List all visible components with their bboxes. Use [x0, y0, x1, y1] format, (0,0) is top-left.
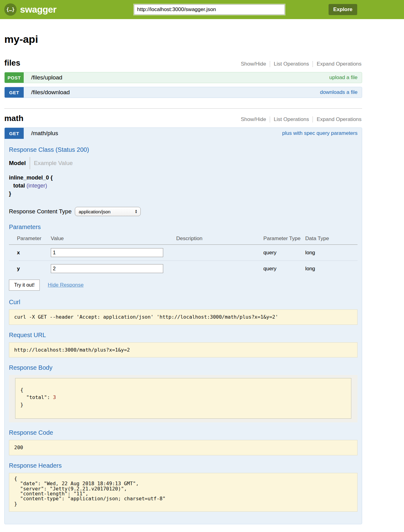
parameters-header-row: Parameter Value Description Parameter Ty… — [9, 234, 358, 245]
response-body-heading: Response Body — [9, 364, 358, 371]
param-value-input-y[interactable] — [51, 264, 163, 273]
param-value-input-x[interactable] — [51, 248, 163, 257]
operation-summary[interactable]: upload a file — [329, 75, 358, 81]
operation-row-get-files-download[interactable]: GET /files/download downloads a file — [4, 87, 362, 98]
response-content-type-label: Response Content Type — [9, 208, 72, 215]
section-header-files: files Show/Hide List Operations Expand O… — [4, 58, 362, 68]
col-data-type: Data Type — [305, 234, 358, 245]
response-body-container: { "total": 3 } — [9, 375, 358, 422]
response-body-json: { "total": 3 } — [15, 378, 351, 419]
expand-operations-link[interactable]: Expand Operations — [313, 61, 362, 67]
model-property-type: (integer) — [26, 183, 47, 189]
method-badge: POST — [5, 72, 24, 83]
col-value: Value — [51, 234, 176, 245]
param-description — [176, 245, 263, 261]
model-property-line: total (integer) — [9, 182, 358, 190]
response-content-type-select[interactable]: application/json — [75, 207, 141, 216]
method-badge: GET — [5, 128, 24, 139]
api-url-input[interactable] — [134, 4, 285, 15]
list-operations-link[interactable]: List Operations — [270, 61, 313, 67]
param-name: y — [9, 261, 51, 277]
operation-path[interactable]: /files/upload — [31, 74, 62, 81]
model-tabs: Model Example Value — [9, 157, 358, 169]
actions-row: Try it out! Hide Response — [9, 280, 358, 291]
expand-operations-link[interactable]: Expand Operations — [313, 116, 362, 123]
brand-text: swagger — [20, 4, 56, 15]
json-close-brace: } — [20, 402, 23, 408]
request-url-heading: Request URL — [9, 332, 358, 339]
show-hide-link[interactable]: Show/Hide — [237, 116, 270, 123]
response-code-heading: Response Code — [9, 429, 358, 436]
section-heading-files[interactable]: files — [4, 58, 20, 68]
hide-response-link[interactable]: Hide Response — [48, 282, 83, 288]
explore-button[interactable]: Explore — [329, 4, 357, 15]
param-row-y: y query long — [9, 261, 358, 277]
response-content-type-row: Response Content Type application/json ▲… — [9, 207, 358, 216]
response-class-heading: Response Class (Status 200) — [9, 146, 358, 153]
param-type: query — [263, 261, 305, 277]
section-divider — [4, 108, 362, 109]
operation-header-get-math-plus[interactable]: GET /math/plus plus with spec query para… — [5, 128, 362, 139]
swagger-logo-icon: {…} — [4, 3, 17, 16]
response-headers-heading: Response Headers — [9, 462, 358, 469]
col-parameter: Parameter — [9, 234, 51, 245]
try-it-out-button[interactable]: Try it out! — [9, 280, 40, 291]
model-property-name: total — [13, 183, 25, 189]
section-heading-math[interactable]: math — [4, 114, 23, 123]
request-url-value: http://localhost:3000/math/plus?x=1&y=2 — [9, 342, 358, 358]
operation-summary[interactable]: plus with spec query parameters — [282, 130, 358, 136]
json-key: "total": — [20, 394, 53, 400]
operation-content: Response Class (Status 200) Model Exampl… — [5, 139, 362, 524]
param-data-type: long — [305, 261, 358, 277]
parameters-heading: Parameters — [9, 224, 358, 231]
section-links-math: Show/Hide List Operations Expand Operati… — [237, 116, 362, 123]
curl-command: curl -X GET --header 'Accept: applicatio… — [9, 309, 358, 325]
header: {…} swagger Explore — [0, 0, 404, 19]
model-close-brace: } — [9, 190, 358, 198]
tab-model[interactable]: Model — [9, 160, 30, 167]
col-parameter-type: Parameter Type — [263, 234, 305, 245]
col-description: Description — [176, 234, 263, 245]
model-name-line: inline_model_0 { — [9, 174, 358, 182]
swagger-logo[interactable]: {…} swagger — [4, 3, 56, 16]
json-number-value: 3 — [53, 394, 56, 400]
list-operations-link[interactable]: List Operations — [270, 116, 313, 123]
model-definition: inline_model_0 { total (integer) } — [9, 174, 358, 198]
section-links-files: Show/Hide List Operations Expand Operati… — [237, 61, 362, 67]
method-badge: GET — [5, 87, 24, 98]
response-content-type-select-wrap: application/json ▲ ▼ — [75, 207, 141, 216]
response-headers-json: { "date": "Wed, 22 Aug 2018 18:49:13 GMT… — [9, 473, 358, 512]
param-name: x — [9, 245, 51, 261]
operation-row-post-files-upload[interactable]: POST /files/upload upload a file — [4, 72, 362, 83]
page-title: my-api — [4, 33, 362, 45]
response-code-value: 200 — [9, 440, 358, 455]
param-row-x: x query long — [9, 245, 358, 261]
param-type: query — [263, 245, 305, 261]
parameters-table: Parameter Value Description Parameter Ty… — [9, 234, 358, 276]
operation-expanded-get-math-plus: GET /math/plus plus with spec query para… — [4, 127, 362, 524]
show-hide-link[interactable]: Show/Hide — [237, 61, 270, 67]
operation-summary[interactable]: downloads a file — [320, 89, 358, 95]
json-open-brace: { — [20, 387, 23, 393]
tab-example-value[interactable]: Example Value — [30, 160, 73, 167]
param-description — [176, 261, 263, 277]
curl-heading: Curl — [9, 299, 358, 306]
operation-path[interactable]: /files/download — [31, 89, 70, 96]
operation-path[interactable]: /math/plus — [31, 130, 58, 137]
param-data-type: long — [305, 245, 358, 261]
section-header-math: math Show/Hide List Operations Expand Op… — [4, 114, 362, 123]
